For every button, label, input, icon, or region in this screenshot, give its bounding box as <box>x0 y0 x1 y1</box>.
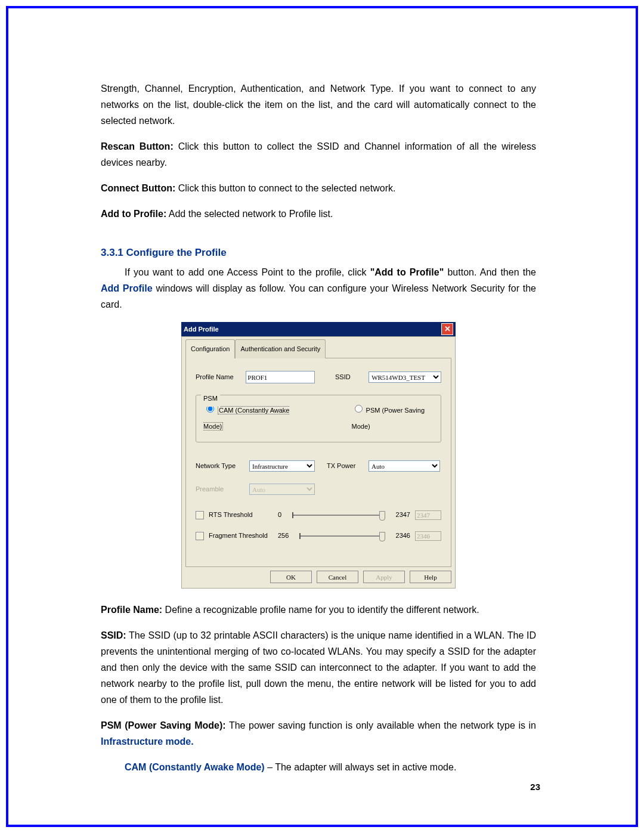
page-number: 23 <box>530 782 540 792</box>
cam-def: CAM (Constantly Awake Mode) – The adapte… <box>101 759 536 775</box>
top-paragraph: Strength, Channel, Encryption, Authentic… <box>101 80 536 129</box>
infrastructure-mode-link: Infrastructure mode. <box>101 736 194 747</box>
connect-label: Connect Button: <box>101 183 175 193</box>
rts-label: RTS Threshold <box>209 507 273 523</box>
rts-checkbox[interactable] <box>196 511 204 519</box>
help-button[interactable]: Help <box>410 571 451 583</box>
cam-radio[interactable]: CAM (Constantly Awake Mode) <box>203 402 298 435</box>
dialog-titlebar[interactable]: Add Profile ✕ <box>181 322 456 336</box>
profile-name-def: Profile Name: Define a recognizable prof… <box>101 602 536 618</box>
profile-name-label: Profile Name <box>196 369 246 385</box>
tab-authentication[interactable]: Authentication and Security <box>235 339 326 358</box>
network-type-label: Network Type <box>196 458 249 474</box>
frag-min: 256 <box>278 528 289 544</box>
rescan-label: Rescan Button: <box>101 141 174 151</box>
frag-checkbox[interactable] <box>196 532 204 540</box>
rts-slider[interactable] <box>292 515 385 516</box>
addprofile-label: Add to Profile: <box>101 209 166 219</box>
close-icon[interactable]: ✕ <box>441 323 453 335</box>
ssid-label: SSID <box>335 369 369 385</box>
tab-panel: Profile Name SSID WR514WD3_TEST PSM CAM … <box>185 358 451 567</box>
ssid-def: SSID: The SSID (up to 32 printable ASCII… <box>101 627 536 708</box>
network-type-select[interactable]: Infrastructure <box>249 460 315 472</box>
cancel-button[interactable]: Cancel <box>317 571 358 583</box>
tab-configuration[interactable]: Configuration <box>185 339 235 358</box>
add-profile-link: Add Profile <box>101 283 153 293</box>
frag-slider[interactable] <box>299 535 385 537</box>
rts-max: 2347 <box>396 507 410 523</box>
psm-legend: PSM <box>201 391 220 407</box>
rts-value: 2347 <box>415 510 441 520</box>
intro-paragraph: If you want to add one Access Point to t… <box>101 264 536 312</box>
addprofile-paragraph: Add to Profile: Add the selected network… <box>101 206 536 222</box>
frag-max: 2346 <box>396 528 410 544</box>
preamble-select: Auto <box>249 484 315 495</box>
psm-group: PSM CAM (Constantly Awake Mode) PSM (Pow… <box>196 395 441 442</box>
addprofile-text: Add the selected network to Profile list… <box>166 209 333 219</box>
apply-button: Apply <box>363 571 405 583</box>
section-heading: 3.3.1 Configure the Profile <box>101 244 536 261</box>
connect-paragraph: Connect Button: Click this button to con… <box>101 180 536 196</box>
add-profile-dialog: Add Profile ✕ Configuration Authenticati… <box>181 322 456 589</box>
profile-name-input[interactable] <box>246 371 315 383</box>
frag-value: 2346 <box>415 531 441 541</box>
tx-power-label: TX Power <box>327 458 369 474</box>
page-border: Strength, Channel, Encryption, Authentic… <box>6 6 638 827</box>
connect-text: Click this button to connect to the sele… <box>175 183 395 193</box>
rts-min: 0 <box>278 507 281 523</box>
page-content: Strength, Channel, Encryption, Authentic… <box>101 71 536 785</box>
ok-button[interactable]: OK <box>270 571 312 583</box>
psm-radio[interactable]: PSM (Power Saving Mode) <box>352 402 434 435</box>
dialog-title: Add Profile <box>184 322 219 336</box>
psm-def: PSM (Power Saving Mode): The power savin… <box>101 717 536 750</box>
ssid-select[interactable]: WR514WD3_TEST <box>369 371 441 383</box>
frag-label: Fragment Threshold <box>209 528 273 544</box>
preamble-label: Preamble <box>196 481 249 497</box>
rescan-paragraph: Rescan Button: Click this button to coll… <box>101 138 536 171</box>
tx-power-select[interactable]: Auto <box>369 460 440 472</box>
